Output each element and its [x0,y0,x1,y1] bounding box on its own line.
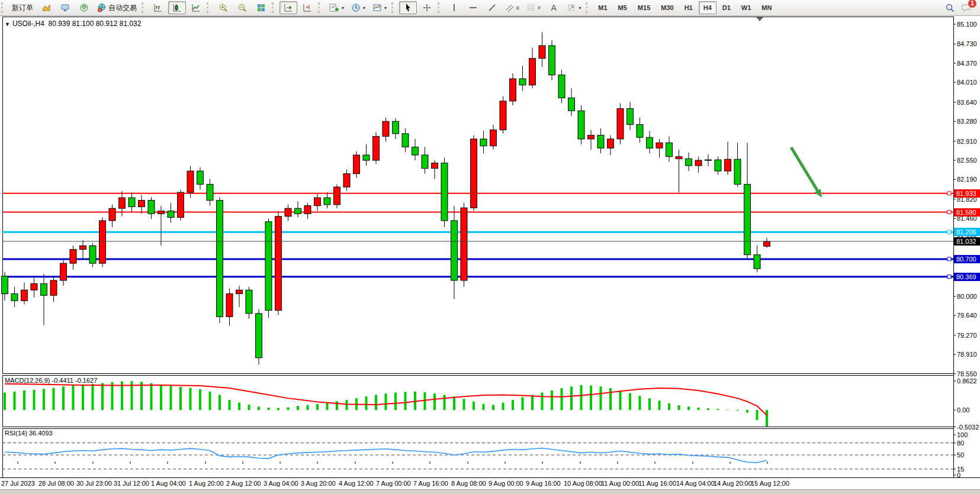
axis-tick-label: 0 [957,472,960,479]
candle-body [471,139,477,208]
axis-tick-label: 100 [957,431,968,438]
cursor-tool-button[interactable] [399,1,417,14]
time-axis-label: 8 Aug 08:00 [451,480,486,487]
text-tool-icon: A [551,3,557,12]
indicators-button[interactable]: ▾ [326,1,347,14]
macd-panel [5,381,767,427]
candle-body [656,143,663,148]
fibonacci-suffix: F [538,5,541,11]
axis-tick-label: 85.100 [957,21,977,28]
candlestick-mode-button[interactable] [168,1,186,14]
timeframe-h1-button[interactable]: H1 [680,1,698,14]
arrow-objects-icon [567,3,576,12]
arrows-tool-button[interactable]: ▾ [564,1,584,14]
auto-trading-icon [97,3,107,12]
equidistant-channel-tool-button[interactable]: E [502,1,522,14]
candle-body [236,290,243,293]
tile-windows-button[interactable] [252,1,270,14]
axis-tick-label: -0.5032 [957,424,979,431]
chart-shift-marker-icon [756,17,763,21]
auto-scroll-button[interactable] [279,1,297,14]
candle-body [178,192,184,217]
candle-body [558,75,565,98]
crosshair-tool-button[interactable] [418,1,436,14]
crosshair-icon [422,3,432,12]
time-axis-label: 14 Aug 04:00 [676,480,715,487]
panel-divider[interactable] [2,373,953,376]
candle-body [754,255,760,269]
timeframe-w1-button[interactable]: W1 [737,1,756,14]
candle-body [490,130,497,146]
axis-tick-label: 82.190 [957,176,977,183]
candle-body [441,163,448,221]
candle-body [510,79,516,101]
candle-body [41,283,47,295]
market-watch-button[interactable] [37,1,55,14]
timeframe-h4-button[interactable]: H4 [699,1,716,14]
price-level-label: 81.933 [954,189,980,198]
zoom-out-button[interactable] [233,1,251,14]
current-price-label: 81.032 [954,237,980,246]
fibonacci-tool-button[interactable]: F [523,1,544,14]
axis-tick-label: 84.370 [957,60,977,67]
timeframe-d1-button[interactable]: D1 [718,1,735,14]
auto-trading-button[interactable]: 自动交易 [94,1,140,14]
templates-button[interactable]: ▾ [369,1,390,14]
indicators-icon [329,3,339,12]
search-icon[interactable] [945,3,955,13]
symbol-dropdown-icon[interactable]: ▼ [5,21,10,27]
horizontal-line-tool-button[interactable] [464,1,482,14]
candle-body [295,208,301,214]
price-level-label: 81.580 [954,208,980,217]
arrow-shaft [791,147,818,191]
vertical-line-tool-button[interactable] [445,1,463,14]
candle-body [539,46,545,59]
templates-icon [372,3,382,12]
periods-button[interactable]: ▾ [348,1,368,14]
candle-body [393,121,399,134]
axis-tick-label: 82.550 [957,157,977,164]
candle-body [764,241,770,246]
chart-window[interactable]: ▼USOil-,H4 80.939 81.100 80.912 81.032 M… [0,16,980,489]
zoom-in-button[interactable] [214,1,232,14]
time-axis-label: 30 Jul 23:00 [76,480,112,487]
candle-body [89,246,96,263]
cursor-icon [404,3,412,12]
trendline-tool-button[interactable] [483,1,501,14]
notifications-button[interactable]: 1 [961,3,972,12]
chart-canvas[interactable] [0,16,980,477]
toolbar-grip [207,2,213,13]
candle-body [597,135,604,148]
candle-body [99,221,106,263]
timeframe-m5-button[interactable]: M5 [613,1,632,14]
line-handle [947,230,951,234]
chart-shift-button[interactable] [298,1,316,14]
panel-divider[interactable] [2,427,953,429]
line-chart-mode-button[interactable] [187,1,205,14]
bar-chart-mode-button[interactable] [149,1,167,14]
ohlc-values: 80.939 81.100 80.912 81.032 [49,20,142,28]
candle-body [314,198,321,206]
timeframe-m30-button[interactable]: M30 [656,1,678,14]
signals-button[interactable] [75,1,93,14]
terminal-button[interactable] [56,1,74,14]
candle-body [695,160,702,166]
toolbar-grip [391,2,397,13]
candle-body [158,211,165,214]
candle-body [715,160,721,171]
horizontal-line-icon [468,3,478,12]
candle-body [226,294,233,317]
candle-body [666,143,673,156]
candle-body [334,187,340,205]
line-handle [947,275,951,279]
time-axis-label: 11 Aug 16:00 [638,480,676,487]
text-tool-button[interactable]: A [545,1,563,14]
candle-body [2,276,8,294]
timeframe-m1-button[interactable]: M1 [593,1,612,14]
toolbar-grip [586,2,592,13]
time-axis-label: 31 Jul 12:00 [114,480,149,487]
timeframe-mn-button[interactable]: MN [757,1,776,14]
timeframe-m15-button[interactable]: M15 [633,1,655,14]
symbol-label: USOil-,H4 [12,20,44,28]
new-order-button[interactable]: 新订单 [9,1,36,14]
